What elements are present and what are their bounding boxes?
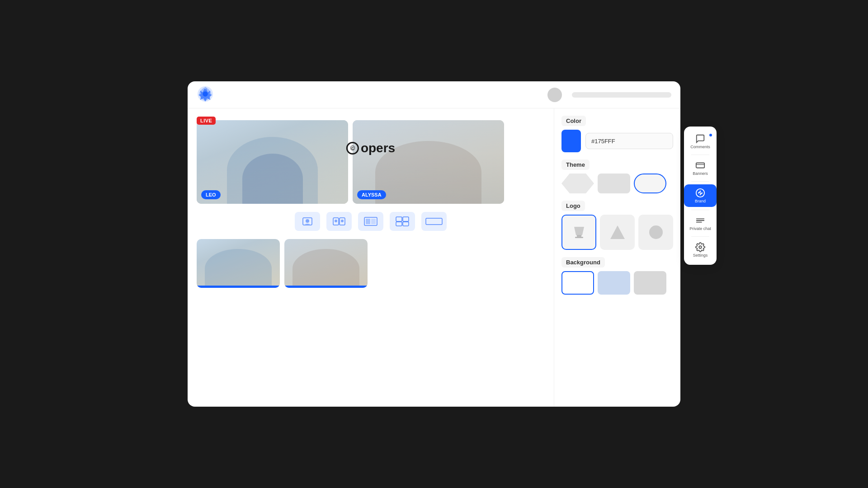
background-section: Background — [561, 257, 673, 295]
sidebar-item-comments[interactable]: Comments — [684, 130, 717, 153]
svg-point-19 — [649, 225, 663, 239]
settings-label: Settings — [693, 253, 708, 258]
logo-option-cup[interactable] — [561, 215, 596, 250]
thumbnails-row — [197, 239, 545, 288]
svg-rect-16 — [577, 235, 581, 237]
svg-rect-10 — [371, 219, 376, 224]
thumbnail-leo[interactable] — [197, 239, 280, 288]
sidebar-divider-4 — [691, 236, 709, 237]
bg-option-lightgray[interactable] — [634, 271, 666, 295]
sidebar-item-banners[interactable]: Banners — [684, 157, 717, 179]
cup-icon — [571, 225, 588, 239]
svg-point-25 — [700, 191, 701, 192]
sidebar-divider-3 — [691, 210, 709, 210]
alyssa-label: ALYSSA — [357, 190, 386, 199]
svg-rect-20 — [696, 163, 704, 168]
header-right — [547, 88, 671, 102]
bg-option-lightblue[interactable] — [598, 271, 630, 295]
comments-icon — [695, 134, 705, 144]
color-hex-input[interactable] — [585, 133, 673, 149]
background-section-label: Background — [561, 257, 605, 267]
layout-single-icon — [302, 217, 313, 226]
layout-card[interactable] — [358, 212, 383, 231]
circle-icon — [647, 224, 665, 241]
theme-section: Theme — [561, 160, 673, 193]
thumbnail-alyssa-bar — [284, 286, 368, 288]
app-logo — [197, 85, 221, 104]
layout-two-icon — [333, 217, 345, 226]
sidebar-item-brand[interactable]: Brand — [684, 184, 717, 207]
layout-wide[interactable] — [421, 212, 447, 231]
copyright-c: © — [346, 142, 359, 155]
color-row — [561, 130, 673, 152]
live-badge: LIVE — [197, 117, 216, 125]
brand-label: Brand — [695, 199, 706, 203]
content-area: LIVE ©opers LEO — [188, 108, 680, 407]
main-container: LIVE ©opers LEO — [188, 81, 680, 407]
color-section: Color — [561, 116, 673, 152]
color-swatch[interactable] — [561, 130, 581, 152]
sidebar-item-private-chat[interactable]: Private chat — [684, 212, 717, 235]
svg-point-3 — [306, 219, 309, 223]
leo-label: LEO — [201, 190, 221, 199]
theme-option-hexagon[interactable] — [561, 174, 594, 193]
color-section-label: Color — [561, 116, 586, 126]
svg-point-26 — [700, 194, 701, 195]
private-chat-label: Private chat — [689, 226, 711, 231]
svg-rect-11 — [396, 217, 402, 221]
svg-marker-18 — [610, 225, 625, 239]
bg-options — [561, 271, 673, 295]
layout-two[interactable] — [326, 212, 352, 231]
thumbnail-leo-bar — [197, 286, 280, 288]
logo-section-label: Logo — [561, 201, 585, 211]
theme-options — [561, 174, 673, 193]
layout-grid[interactable] — [390, 212, 415, 231]
comments-label: Comments — [690, 145, 710, 149]
video-card-leo: LEO — [197, 120, 348, 204]
svg-rect-12 — [403, 217, 409, 221]
svg-rect-17 — [575, 237, 583, 238]
header — [188, 81, 680, 108]
layout-grid-icon — [396, 216, 409, 226]
main-videos: LEO ALYSSA — [197, 120, 545, 204]
logo-section: Logo — [561, 201, 673, 250]
logo-options — [561, 215, 673, 250]
logo-option-circle[interactable] — [638, 215, 673, 250]
thumbnail-alyssa[interactable] — [284, 239, 368, 288]
svg-point-24 — [701, 192, 703, 194]
bg-option-white[interactable] — [561, 271, 594, 295]
coopers-watermark: ©opers — [346, 141, 395, 155]
right-panel: Color Theme Logo — [554, 108, 680, 407]
svg-point-30 — [699, 246, 702, 249]
banners-label: Banners — [693, 171, 708, 176]
svg-point-5 — [335, 220, 337, 222]
settings-icon — [695, 242, 705, 252]
video-panel: LIVE ©opers LEO — [188, 108, 554, 407]
svg-point-1 — [203, 91, 208, 96]
layout-wide-icon — [425, 216, 443, 226]
sidebar-icons-panel: Comments Banners Brand — [684, 127, 717, 265]
sidebar-item-settings[interactable]: Settings — [684, 239, 717, 261]
layout-selector — [197, 209, 545, 234]
banners-icon — [695, 160, 705, 170]
brand-icon — [695, 188, 705, 198]
svg-rect-15 — [426, 218, 442, 225]
sidebar-divider-1 — [691, 155, 709, 155]
header-search-bar — [572, 92, 671, 98]
coopers-text: opers — [361, 141, 395, 155]
private-chat-icon — [695, 216, 705, 225]
layout-single[interactable] — [295, 212, 320, 231]
svg-rect-13 — [396, 222, 402, 226]
header-avatar — [547, 88, 562, 102]
sidebar-divider-2 — [691, 181, 709, 182]
svg-point-23 — [698, 192, 699, 194]
logo-svg — [197, 85, 214, 103]
video-card-alyssa: ALYSSA — [353, 120, 504, 204]
svg-point-7 — [341, 220, 344, 222]
theme-section-label: Theme — [561, 160, 590, 170]
logo-option-triangle[interactable] — [600, 215, 635, 250]
theme-option-pill[interactable] — [634, 174, 666, 193]
svg-rect-9 — [366, 219, 370, 224]
triangle-icon — [609, 224, 626, 241]
theme-option-rounded[interactable] — [598, 174, 630, 193]
